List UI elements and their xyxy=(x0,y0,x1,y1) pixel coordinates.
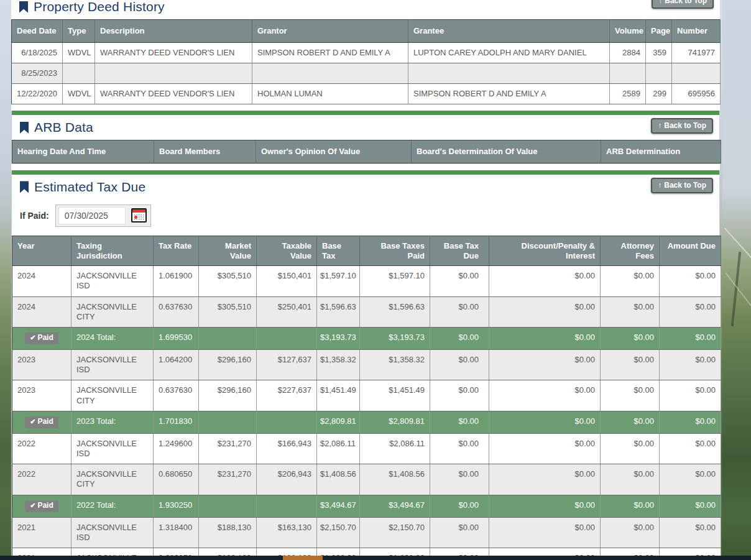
cell: WARRANTY DEED VENDOR'S LIEN xyxy=(95,42,252,63)
cell: JACKSONVILLE CITY xyxy=(71,380,154,411)
cell: $0.00 xyxy=(660,296,721,328)
cell: $0.00 xyxy=(489,464,601,495)
column-header-owner-s-opinion-of-value: Owner's Opinion Of Value xyxy=(256,140,412,163)
cell: $0.00 xyxy=(660,495,721,517)
cell: $0.00 xyxy=(601,328,660,350)
if-paid-date-input[interactable] xyxy=(58,207,126,224)
cell: ✔Paid xyxy=(12,411,71,433)
cell: $0.00 xyxy=(489,349,601,380)
paid-badge: ✔Paid xyxy=(25,416,58,428)
total-row: ✔Paid2023 Total:1.701830$2,809.81$2,809.… xyxy=(12,411,721,433)
cell: 695956 xyxy=(672,84,721,104)
back-to-top-button[interactable]: ↑Back to Top xyxy=(652,0,714,9)
cell: $0.00 xyxy=(660,464,721,495)
paid-badge: ✔Paid xyxy=(25,333,58,344)
cell: 1.318400 xyxy=(154,517,199,548)
cell: $206,943 xyxy=(257,464,317,495)
calendar-button[interactable] xyxy=(131,208,147,223)
cell: $163,130 xyxy=(257,517,317,548)
cell: $0.00 xyxy=(660,433,721,464)
cell: $3,193.73 xyxy=(317,328,360,350)
total-row: ✔Paid2022 Total:1.930250$3,494.67$3,494.… xyxy=(12,495,721,517)
section-divider-bar xyxy=(12,170,719,175)
cell: $0.00 xyxy=(489,411,601,433)
check-icon: ✔ xyxy=(30,418,35,425)
table-row: 6/18/2025WDVLWARRANTY DEED VENDOR'S LIEN… xyxy=(12,42,721,63)
bookmark-icon xyxy=(19,1,28,13)
cell: $0.00 xyxy=(489,495,601,517)
cell: 1.701830 xyxy=(154,411,199,433)
cell: $150,401 xyxy=(257,266,317,297)
cell: JACKSONVILLE CITY xyxy=(71,464,154,495)
column-header-discount-penalty-interest: Discount/Penalty & Interest xyxy=(489,236,601,265)
table-row: 2023JACKSONVILLE CITY0.637630$296,160$22… xyxy=(12,380,721,411)
paid-badge-label: Paid xyxy=(37,333,53,342)
cell: JACKSONVILLE CITY xyxy=(71,296,154,328)
header-row: Hearing Date And TimeBoard MembersOwner'… xyxy=(12,140,721,163)
cell: JACKSONVILLE ISD xyxy=(71,266,154,297)
cell: WARRANTY DEED VENDOR'S LIEN xyxy=(95,84,252,104)
cell: 1.930250 xyxy=(154,495,199,517)
cell: 2589 xyxy=(610,84,646,104)
cell: $0.00 xyxy=(489,433,601,464)
section-divider-bar xyxy=(12,111,719,115)
cell: $231,270 xyxy=(199,464,257,495)
section-arb-data: ARB Data ↑Back to Top Hearing Date And T… xyxy=(11,111,720,164)
cell: $1,596.63 xyxy=(317,296,360,328)
date-picker-control xyxy=(55,204,151,227)
bottom-edge-bar xyxy=(0,556,751,560)
cell xyxy=(408,63,610,83)
cell: 2023 xyxy=(12,380,71,411)
cell xyxy=(199,495,257,517)
up-arrow-icon: ↑ xyxy=(658,181,661,190)
section-title-deed-history: Property Deed History xyxy=(34,0,165,14)
if-paid-row: If Paid: xyxy=(12,200,719,236)
column-header-year: Year xyxy=(12,236,71,265)
column-header-board-members: Board Members xyxy=(154,140,256,163)
cell: 0.637630 xyxy=(154,296,199,328)
header-row: YearTaxing JurisdictionTax RateMarket Va… xyxy=(12,236,721,265)
column-header-base-tax-due: Base Tax Due xyxy=(430,236,489,265)
table-row: 2023JACKSONVILLE ISD1.064200$296,160$127… xyxy=(12,349,721,380)
up-arrow-icon: ↑ xyxy=(658,121,661,130)
cell: $1,408.56 xyxy=(317,464,360,495)
column-header-arb-determination: ARB Determination xyxy=(601,140,721,163)
cell: $0.00 xyxy=(489,380,601,411)
cell: 2024 xyxy=(12,266,71,297)
cell: SIMPSON ROBERT D AND EMILY A xyxy=(408,84,610,104)
cell: $0.00 xyxy=(601,349,660,380)
cell: $1,597.10 xyxy=(360,266,430,297)
cell xyxy=(610,63,646,83)
section-title-estimated-tax: Estimated Tax Due xyxy=(34,180,145,195)
cell: $2,809.81 xyxy=(317,411,360,433)
cell: $0.00 xyxy=(489,266,601,297)
paid-badge-label: Paid xyxy=(37,501,53,510)
column-header-tax-rate: Tax Rate xyxy=(154,236,199,265)
cell: $0.00 xyxy=(660,266,721,297)
cell: WDVL xyxy=(63,84,95,104)
column-header-amount-due: Amount Due xyxy=(660,236,721,265)
cell: 2021 xyxy=(12,517,71,548)
cell: 6/18/2025 xyxy=(12,42,63,63)
cell xyxy=(63,63,95,83)
calendar-icon xyxy=(131,208,147,223)
cell: $2,150.70 xyxy=(317,517,360,548)
cell: 0.680650 xyxy=(154,464,199,495)
back-to-top-button[interactable]: ↑Back to Top xyxy=(651,118,713,134)
cell: $3,193.73 xyxy=(360,328,430,350)
if-paid-label: If Paid: xyxy=(20,211,49,221)
back-to-top-button[interactable]: ↑Back to Top xyxy=(651,178,713,193)
section-deed-history: Property Deed History ↑Back to Top Deed … xyxy=(11,0,720,104)
deed-history-table: Deed DateTypeDescriptionGrantorGranteeVo… xyxy=(11,19,721,104)
cell: HOLMAN LUMAN xyxy=(252,84,408,104)
cell: $2,086.11 xyxy=(317,433,360,464)
up-arrow-icon: ↑ xyxy=(658,0,662,5)
cell: 2022 xyxy=(12,433,71,464)
cell: JACKSONVILLE ISD xyxy=(71,349,154,380)
cell: $305,510 xyxy=(199,266,257,297)
page-content: Property Deed History ↑Back to Top Deed … xyxy=(11,0,720,560)
check-icon: ✔ xyxy=(30,502,35,509)
cell: $0.00 xyxy=(660,380,721,411)
cell: $0.00 xyxy=(430,433,489,464)
cell: 1.061900 xyxy=(154,266,199,297)
